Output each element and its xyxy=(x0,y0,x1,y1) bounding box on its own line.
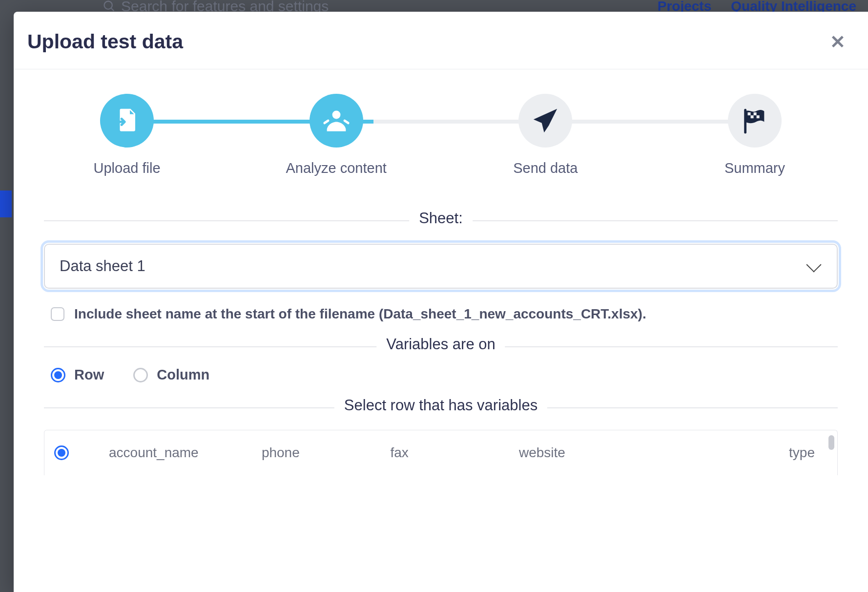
file-import-icon xyxy=(113,106,141,135)
include-sheet-name-checkbox[interactable] xyxy=(51,307,64,321)
svg-rect-5 xyxy=(751,115,754,118)
wizard-stepper: Upload file Analyze content xyxy=(44,89,838,206)
variable-row-radio[interactable] xyxy=(54,445,69,460)
variables-legend: Variables are on xyxy=(376,336,505,353)
step-circle xyxy=(310,94,363,148)
upload-test-data-modal: Upload test data ✕ Upload file xyxy=(14,12,868,592)
variables-orientation-section: Variables are on Row Column xyxy=(44,346,838,383)
step-label: Analyze content xyxy=(286,160,386,176)
variable-row-option[interactable]: account_name phone fax website type xyxy=(44,430,838,475)
modal-header: Upload test data ✕ xyxy=(14,12,868,69)
close-icon[interactable]: ✕ xyxy=(830,33,846,51)
svg-point-2 xyxy=(332,110,340,119)
radio-column-label: Column xyxy=(157,367,209,383)
step-summary[interactable]: Summary xyxy=(706,94,804,176)
chevron-down-icon xyxy=(806,257,821,272)
step-upload-file[interactable]: Upload file xyxy=(78,94,176,176)
svg-rect-3 xyxy=(747,112,750,115)
step-circle xyxy=(728,94,782,148)
include-sheet-name-label: Include sheet name at the start of the f… xyxy=(74,306,646,322)
svg-point-0 xyxy=(104,1,112,9)
sheet-select[interactable]: Data sheet 1 xyxy=(44,244,838,289)
svg-line-1 xyxy=(111,8,114,11)
paper-plane-icon xyxy=(531,106,559,135)
step-circle xyxy=(100,94,154,148)
step-label: Upload file xyxy=(93,160,160,176)
column-name: phone xyxy=(262,445,391,461)
svg-rect-6 xyxy=(757,115,760,118)
radio-column-option[interactable]: Column xyxy=(133,367,209,383)
svg-rect-4 xyxy=(754,112,757,115)
column-name: type xyxy=(686,445,815,461)
column-name: fax xyxy=(390,445,519,461)
step-label: Send data xyxy=(513,160,578,176)
column-name: account_name xyxy=(82,445,262,461)
step-analyze-content[interactable]: Analyze content xyxy=(288,94,385,176)
select-row-legend: Select row that has variables xyxy=(334,397,547,414)
sheet-section: Sheet: Data sheet 1 Include sheet name a… xyxy=(44,220,838,322)
radio-column[interactable] xyxy=(133,368,148,382)
radio-row[interactable] xyxy=(51,368,65,382)
column-name: website xyxy=(519,445,686,461)
radio-row-option[interactable]: Row xyxy=(51,367,104,383)
radio-row-label: Row xyxy=(74,367,104,383)
include-sheet-name-row[interactable]: Include sheet name at the start of the f… xyxy=(44,306,838,322)
scrollbar-thumb[interactable] xyxy=(828,435,834,450)
step-circle xyxy=(518,94,572,148)
flag-checkered-icon xyxy=(741,106,769,135)
step-send-data[interactable]: Send data xyxy=(496,94,594,176)
sheet-select-value: Data sheet 1 xyxy=(60,257,145,275)
analyze-icon xyxy=(322,106,351,135)
modal-title: Upload test data xyxy=(27,30,183,53)
modal-body: Upload file Analyze content xyxy=(14,69,868,592)
sidebar-active-indicator xyxy=(0,190,12,217)
search-icon xyxy=(103,0,116,13)
sheet-legend: Sheet: xyxy=(409,210,473,227)
step-label: Summary xyxy=(724,160,785,176)
select-variable-row-section: Select row that has variables account_na… xyxy=(44,407,838,475)
